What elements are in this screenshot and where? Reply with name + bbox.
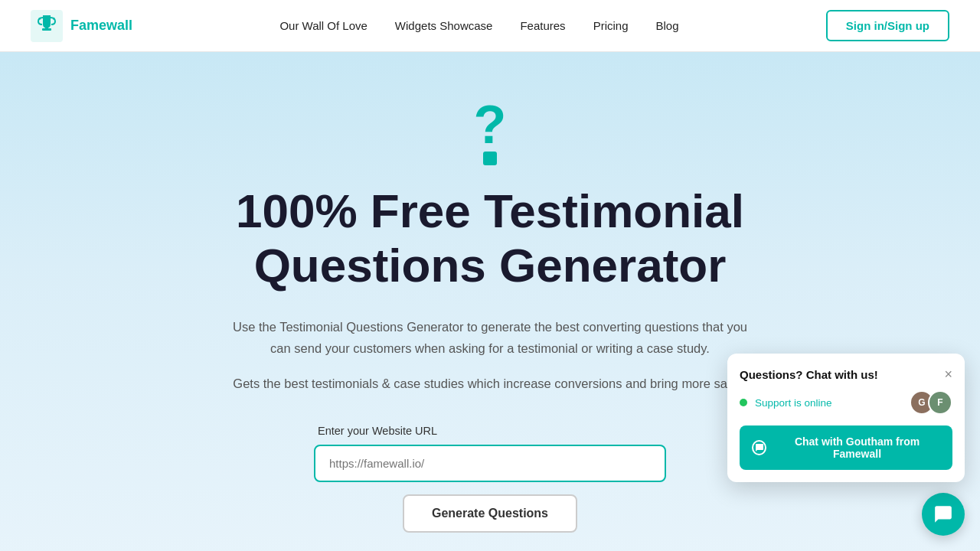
chat-bubble[interactable]	[922, 493, 965, 536]
generate-button[interactable]: Generate Questions	[403, 494, 577, 533]
status-dot	[740, 399, 747, 406]
nav-blog[interactable]: Blog	[655, 19, 678, 32]
nav-widgets-showcase[interactable]: Widgets Showcase	[395, 19, 493, 32]
signin-button[interactable]: Sign in/Sign up	[826, 10, 949, 41]
chat-widget-header: Questions? Chat with us! ×	[740, 367, 952, 381]
chat-button[interactable]: Chat with Goutham from Famewall	[740, 425, 952, 470]
nav-links: Our Wall Of Love Widgets Showcase Featur…	[279, 19, 678, 33]
chat-status-row: Support is online G F	[740, 390, 952, 415]
logo[interactable]: ★ ★ Famewall	[31, 10, 132, 42]
chat-widget: Questions? Chat with us! × Support is on…	[727, 354, 965, 482]
chat-avatar-2: F	[928, 390, 952, 415]
nav-features[interactable]: Features	[520, 19, 565, 32]
chat-icon	[752, 440, 766, 455]
url-label: Enter your Website URL	[318, 425, 437, 437]
chat-close-button[interactable]: ×	[944, 367, 952, 381]
status-text: Support is online	[755, 397, 902, 409]
chat-avatars: G F	[910, 390, 952, 415]
url-input[interactable]	[314, 445, 666, 482]
nav-pricing[interactable]: Pricing	[593, 19, 629, 32]
chat-button-label: Chat with Goutham from Famewall	[774, 435, 940, 460]
logo-text: Famewall	[70, 18, 132, 34]
svg-rect-1	[45, 24, 48, 28]
nav-wall-of-love[interactable]: Our Wall Of Love	[279, 19, 367, 32]
hero-subtitle-1: Use the Testimonial Questions Generator …	[230, 316, 750, 359]
chat-bubble-icon	[933, 504, 953, 524]
logo-icon: ★ ★	[31, 10, 63, 42]
chat-widget-title: Questions? Chat with us!	[740, 368, 878, 381]
question-icon-wrap: ?	[474, 98, 507, 165]
hero-title: 100% Free Testimonial Questions Generato…	[176, 184, 804, 293]
svg-rect-2	[42, 28, 51, 31]
question-mark-icon: ?	[474, 98, 507, 152]
hero-subtitle-2: Gets the best testimonials & case studie…	[233, 373, 746, 394]
navbar: ★ ★ Famewall Our Wall Of Love Widgets Sh…	[0, 0, 980, 52]
